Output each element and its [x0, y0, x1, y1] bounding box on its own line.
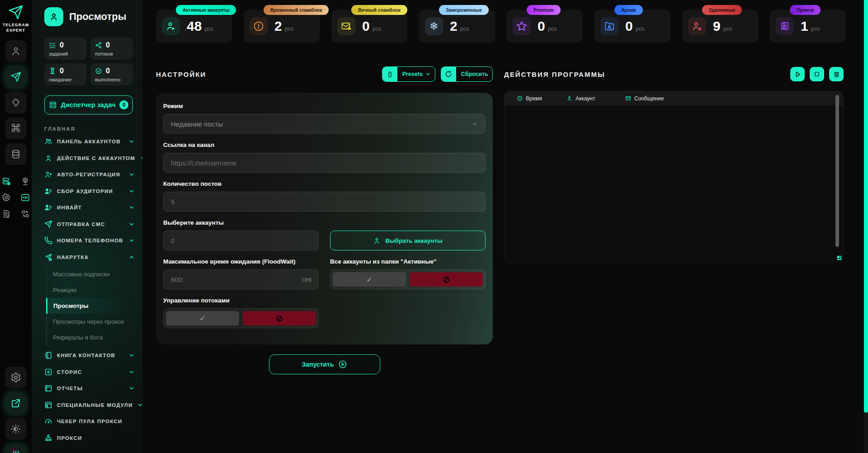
stat-value: 0	[106, 41, 110, 49]
server-check-icon[interactable]	[0, 177, 12, 186]
accounts-count-input[interactable]	[163, 231, 319, 250]
clear-log-button[interactable]	[829, 67, 844, 81]
swap-boxes-icon[interactable]	[19, 209, 31, 218]
channel-link-input[interactable]	[163, 153, 486, 173]
submenu-bot-referrals[interactable]: Рефералы в бота	[47, 330, 142, 345]
hourglass-icon	[49, 67, 56, 75]
reset-button[interactable]: Сбросить	[441, 66, 493, 82]
nav-account-action[interactable]: ДЕЙСТВИЕ С АККАУНТОМ	[44, 150, 135, 167]
nav-label: АВТО-РЕГИСТРАЦИЯ	[57, 172, 120, 177]
nav-boosting[interactable]: НАКРУТКА	[44, 249, 135, 266]
card-perm-spamblock[interactable]: Вечный спамблок 0pcs	[331, 10, 407, 42]
rail-accounts-button[interactable]	[5, 40, 27, 62]
nav-reports[interactable]: ОТЧЕТЫ	[44, 380, 135, 397]
nav-label: ИНВАЙТ	[57, 205, 82, 210]
accounts-select-label: Выберите аккаунты	[163, 219, 486, 226]
rail-command-button[interactable]: ⌘	[5, 118, 27, 139]
card-active-accounts[interactable]: Активные аккаунты 48pcs	[156, 10, 232, 42]
page-scrollbar-thumb[interactable]	[864, 0, 868, 413]
stat-value: 0	[60, 41, 64, 49]
nav-stories[interactable]: СТОРИС	[44, 364, 135, 381]
rail-settings-button[interactable]	[5, 367, 27, 388]
resize-handle[interactable]	[837, 255, 842, 260]
card-badge: Замороженные	[439, 5, 489, 15]
nav-proxy[interactable]: ПРОКСИ	[44, 430, 135, 447]
plus-square-icon	[44, 368, 52, 376]
document-check-icon[interactable]	[0, 209, 12, 218]
main-content: Активные аккаунты 48pcs Временный спамбл…	[142, 0, 864, 453]
card-value: 2	[274, 19, 282, 34]
share-icon	[95, 42, 102, 49]
posts-count-input[interactable]	[163, 192, 486, 212]
person-icon	[49, 12, 59, 22]
mail-alert-icon	[341, 21, 352, 32]
rail-gem-button[interactable]	[5, 92, 27, 113]
log-scrollbar[interactable]	[835, 95, 839, 247]
rail-external-link-button[interactable]	[5, 392, 27, 414]
task-dispatcher-button[interactable]: Диспетчер задач 0	[44, 95, 133, 114]
toggle-no-button[interactable]: ⊘	[243, 311, 316, 326]
submenu-mass-subscriptions[interactable]: Массовые подписки	[47, 266, 142, 282]
toggle-yes-button[interactable]: ✓	[333, 272, 406, 287]
nav-accounts-panel[interactable]: ПАНЕЛЬ АККАУНТОВ	[44, 133, 135, 150]
submenu-views-via-proxy[interactable]: Просмотры через прокси	[47, 314, 142, 330]
select-accounts-button[interactable]: Выбрать аккаунты	[330, 231, 486, 250]
nav-contact-book[interactable]: КНИГА КОНТАКТОВ	[44, 347, 135, 364]
nav-special-modules[interactable]: СПЕЦИАЛЬНЫЕ МОДУЛИ	[44, 397, 135, 414]
rail-theme-button[interactable]	[5, 418, 27, 440]
report-window-icon	[44, 384, 52, 392]
card-frozen[interactable]: Замороженные ❄ 2pcs	[419, 10, 495, 42]
webcam-icon[interactable]	[19, 177, 31, 186]
rail-mini-icons	[0, 177, 31, 218]
reset-icon	[441, 67, 456, 81]
sliders-icon	[10, 449, 21, 453]
run-button[interactable]	[790, 67, 805, 81]
nav-proxy-pool-checker[interactable]: ЧЕКЕР ПУЛА ПРОКСИ	[44, 413, 135, 430]
mode-select[interactable]: Недавние посты	[163, 114, 486, 134]
gear-star-icon[interactable]	[0, 193, 12, 202]
nav-send-sms[interactable]: ОТПРАВКА СМС	[44, 216, 135, 233]
card-proxy[interactable]: Прокси 1pcs	[770, 10, 846, 42]
brightness-icon	[10, 424, 21, 434]
check-icon: ✓	[366, 275, 372, 284]
nav-audience-collection[interactable]: СБОР АУДИТОРИИ	[44, 183, 135, 200]
submenu-views-active[interactable]: Просмотры	[46, 298, 142, 314]
start-button[interactable]: Запустить	[269, 354, 380, 374]
person-list-icon	[44, 203, 52, 212]
actions-title: ДЕЙСТВИЯ ПРОГРАММЫ	[504, 71, 605, 78]
card-value: 2	[450, 19, 458, 34]
gem-icon	[10, 97, 21, 108]
presets-button[interactable]: Presets	[382, 66, 435, 82]
toggle-yes-button[interactable]: ✓	[166, 311, 239, 326]
nav-section-label: ГЛАВНАЯ	[44, 126, 142, 132]
chevron-down-icon	[128, 221, 135, 227]
tasks-icon	[49, 42, 56, 49]
app-logo: TELEGRAMEXPERT	[3, 5, 29, 33]
chevron-down-icon	[128, 385, 135, 392]
rail-database-button[interactable]	[5, 143, 27, 165]
gauge-icon	[44, 417, 52, 425]
nav-phone-numbers[interactable]: НОМЕРА ТЕЛЕФОНОВ	[44, 232, 135, 249]
card-archive[interactable]: Архив 0pcs	[594, 10, 670, 42]
card-value: 1	[801, 19, 808, 34]
nav-auto-registration[interactable]: АВТО-РЕГИСТРАЦИЯ	[44, 166, 135, 183]
channel-link-label: Ссылка на канал	[163, 142, 486, 148]
card-unit: pcs	[811, 26, 820, 32]
card-badge: Premium	[527, 5, 561, 15]
page-scrollbar[interactable]	[864, 0, 868, 453]
code-window-icon[interactable]	[19, 193, 31, 202]
rail-sliders-button[interactable]	[5, 444, 27, 453]
card-value: 48	[187, 19, 202, 34]
battery-icon	[382, 67, 397, 81]
submenu-reactions[interactable]: Реакции	[47, 282, 142, 298]
stop-button[interactable]	[810, 67, 824, 81]
card-temp-spamblock[interactable]: Временный спамблок 2pcs	[244, 10, 320, 42]
page-title: Просмотры	[69, 11, 127, 23]
card-deleted[interactable]: Удаленные 9pcs	[682, 10, 758, 42]
card-premium[interactable]: Premium 0pcs	[507, 10, 583, 42]
nav-invite[interactable]: ИНВАЙТ	[44, 199, 135, 216]
rail-sender-button[interactable]	[5, 66, 27, 88]
floodwait-input[interactable]	[163, 269, 319, 289]
gear-icon	[10, 372, 21, 383]
toggle-no-button[interactable]: ⊘	[410, 272, 483, 287]
